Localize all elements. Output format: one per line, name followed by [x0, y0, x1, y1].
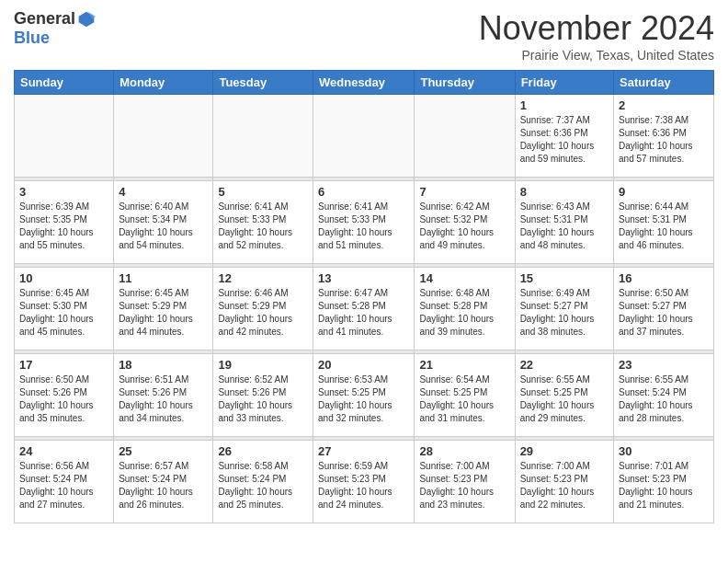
- calendar-cell: 28Sunrise: 7:00 AM Sunset: 5:23 PM Dayli…: [415, 441, 515, 523]
- day-number: 2: [619, 98, 709, 112]
- day-number: 9: [619, 185, 709, 199]
- weekday-header-wednesday: Wednesday: [313, 71, 415, 95]
- calendar-cell: 14Sunrise: 6:48 AM Sunset: 5:28 PM Dayli…: [415, 268, 515, 350]
- day-number: 26: [218, 444, 308, 458]
- day-number: 27: [318, 444, 409, 458]
- day-number: 8: [520, 185, 609, 199]
- calendar-cell: [15, 95, 114, 178]
- calendar-cell: 10Sunrise: 6:45 AM Sunset: 5:30 PM Dayli…: [15, 268, 114, 350]
- calendar-cell: 23Sunrise: 6:55 AM Sunset: 5:24 PM Dayli…: [614, 354, 714, 437]
- calendar-cell: 18Sunrise: 6:51 AM Sunset: 5:26 PM Dayli…: [114, 354, 213, 437]
- calendar-cell: 29Sunrise: 7:00 AM Sunset: 5:23 PM Dayli…: [515, 441, 613, 523]
- day-number: 15: [520, 271, 609, 285]
- calendar-cell: 22Sunrise: 6:55 AM Sunset: 5:25 PM Dayli…: [515, 354, 613, 437]
- day-number: 29: [520, 444, 609, 458]
- day-number: 1: [520, 98, 609, 112]
- page-header: General Blue November 2024 Prairie View,…: [14, 9, 714, 63]
- calendar-cell: 12Sunrise: 6:46 AM Sunset: 5:29 PM Dayli…: [213, 268, 313, 350]
- day-info: Sunrise: 7:01 AM Sunset: 5:23 PM Dayligh…: [619, 460, 709, 511]
- logo: General Blue: [14, 9, 96, 48]
- weekday-header-thursday: Thursday: [415, 71, 515, 95]
- day-number: 18: [119, 358, 208, 372]
- location: Prairie View, Texas, United States: [479, 48, 714, 63]
- day-info: Sunrise: 6:39 AM Sunset: 5:35 PM Dayligh…: [19, 201, 108, 252]
- day-number: 19: [218, 358, 308, 372]
- calendar-cell: 30Sunrise: 7:01 AM Sunset: 5:23 PM Dayli…: [614, 441, 714, 523]
- weekday-header-friday: Friday: [515, 71, 613, 95]
- day-number: 28: [419, 444, 509, 458]
- day-info: Sunrise: 7:00 AM Sunset: 5:23 PM Dayligh…: [520, 460, 609, 511]
- week-row-1: 3Sunrise: 6:39 AM Sunset: 5:35 PM Daylig…: [15, 181, 714, 264]
- day-info: Sunrise: 7:00 AM Sunset: 5:23 PM Dayligh…: [419, 460, 509, 511]
- calendar-cell: 25Sunrise: 6:57 AM Sunset: 5:24 PM Dayli…: [114, 441, 213, 523]
- weekday-header-monday: Monday: [114, 71, 213, 95]
- calendar-cell: 21Sunrise: 6:54 AM Sunset: 5:25 PM Dayli…: [415, 354, 515, 437]
- day-info: Sunrise: 6:40 AM Sunset: 5:34 PM Dayligh…: [119, 201, 208, 252]
- calendar-cell: 3Sunrise: 6:39 AM Sunset: 5:35 PM Daylig…: [15, 181, 114, 264]
- day-info: Sunrise: 6:50 AM Sunset: 5:27 PM Dayligh…: [619, 287, 709, 339]
- week-row-0: 1Sunrise: 7:37 AM Sunset: 6:36 PM Daylig…: [15, 95, 714, 178]
- logo-blue: Blue: [14, 29, 50, 47]
- day-info: Sunrise: 6:53 AM Sunset: 5:25 PM Dayligh…: [318, 373, 409, 425]
- day-info: Sunrise: 6:54 AM Sunset: 5:25 PM Dayligh…: [419, 373, 509, 425]
- weekday-header-row: SundayMondayTuesdayWednesdayThursdayFrid…: [15, 71, 714, 95]
- calendar-cell: 27Sunrise: 6:59 AM Sunset: 5:23 PM Dayli…: [313, 441, 415, 523]
- weekday-header-tuesday: Tuesday: [213, 71, 313, 95]
- day-number: 7: [419, 185, 509, 199]
- day-info: Sunrise: 6:41 AM Sunset: 5:33 PM Dayligh…: [218, 201, 308, 252]
- calendar-cell: 16Sunrise: 6:50 AM Sunset: 5:27 PM Dayli…: [614, 268, 714, 350]
- calendar-cell: 17Sunrise: 6:50 AM Sunset: 5:26 PM Dayli…: [15, 354, 114, 437]
- calendar-cell: 6Sunrise: 6:41 AM Sunset: 5:33 PM Daylig…: [313, 181, 415, 264]
- month-title: November 2024: [479, 9, 714, 48]
- day-info: Sunrise: 6:52 AM Sunset: 5:26 PM Dayligh…: [218, 373, 308, 425]
- day-number: 11: [119, 271, 208, 285]
- day-number: 23: [619, 358, 709, 372]
- calendar-cell: 4Sunrise: 6:40 AM Sunset: 5:34 PM Daylig…: [114, 181, 213, 264]
- weekday-header-sunday: Sunday: [15, 71, 114, 95]
- day-info: Sunrise: 6:56 AM Sunset: 5:24 PM Dayligh…: [19, 460, 108, 511]
- day-info: Sunrise: 7:38 AM Sunset: 6:36 PM Dayligh…: [619, 114, 709, 166]
- day-number: 6: [318, 185, 409, 199]
- day-info: Sunrise: 7:37 AM Sunset: 6:36 PM Dayligh…: [520, 114, 609, 166]
- calendar-cell: [213, 95, 313, 178]
- day-number: 21: [419, 358, 509, 372]
- day-number: 4: [119, 185, 208, 199]
- day-info: Sunrise: 6:48 AM Sunset: 5:28 PM Dayligh…: [419, 287, 509, 339]
- day-info: Sunrise: 6:55 AM Sunset: 5:25 PM Dayligh…: [520, 373, 609, 425]
- day-info: Sunrise: 6:57 AM Sunset: 5:24 PM Dayligh…: [119, 460, 208, 511]
- day-number: 10: [19, 271, 108, 285]
- weekday-header-saturday: Saturday: [614, 71, 714, 95]
- day-number: 30: [619, 444, 709, 458]
- calendar-cell: 15Sunrise: 6:49 AM Sunset: 5:27 PM Dayli…: [515, 268, 613, 350]
- day-info: Sunrise: 6:51 AM Sunset: 5:26 PM Dayligh…: [119, 373, 208, 425]
- logo-icon: [77, 10, 96, 29]
- calendar-cell: 26Sunrise: 6:58 AM Sunset: 5:24 PM Dayli…: [213, 441, 313, 523]
- calendar-cell: 11Sunrise: 6:45 AM Sunset: 5:29 PM Dayli…: [114, 268, 213, 350]
- title-area: November 2024 Prairie View, Texas, Unite…: [479, 9, 714, 63]
- calendar-cell: 9Sunrise: 6:44 AM Sunset: 5:31 PM Daylig…: [614, 181, 714, 264]
- day-number: 14: [419, 271, 509, 285]
- day-info: Sunrise: 6:49 AM Sunset: 5:27 PM Dayligh…: [520, 287, 609, 339]
- calendar-page: General Blue November 2024 Prairie View,…: [0, 0, 728, 563]
- day-number: 20: [318, 358, 409, 372]
- week-row-4: 24Sunrise: 6:56 AM Sunset: 5:24 PM Dayli…: [15, 441, 714, 523]
- week-row-3: 17Sunrise: 6:50 AM Sunset: 5:26 PM Dayli…: [15, 354, 714, 437]
- week-row-2: 10Sunrise: 6:45 AM Sunset: 5:30 PM Dayli…: [15, 268, 714, 350]
- calendar-cell: [415, 95, 515, 178]
- calendar-cell: 13Sunrise: 6:47 AM Sunset: 5:28 PM Dayli…: [313, 268, 415, 350]
- day-number: 24: [19, 444, 108, 458]
- day-number: 25: [119, 444, 208, 458]
- svg-marker-0: [79, 11, 95, 27]
- day-number: 22: [520, 358, 609, 372]
- calendar-table: SundayMondayTuesdayWednesdayThursdayFrid…: [14, 70, 714, 523]
- calendar-cell: [313, 95, 415, 178]
- calendar-cell: 7Sunrise: 6:42 AM Sunset: 5:32 PM Daylig…: [415, 181, 515, 264]
- day-info: Sunrise: 6:50 AM Sunset: 5:26 PM Dayligh…: [19, 373, 108, 425]
- day-number: 17: [19, 358, 108, 372]
- day-info: Sunrise: 6:41 AM Sunset: 5:33 PM Dayligh…: [318, 201, 409, 252]
- day-info: Sunrise: 6:43 AM Sunset: 5:31 PM Dayligh…: [520, 201, 609, 252]
- logo-general: General: [14, 9, 75, 29]
- day-number: 16: [619, 271, 709, 285]
- day-info: Sunrise: 6:45 AM Sunset: 5:30 PM Dayligh…: [19, 287, 108, 339]
- day-info: Sunrise: 6:45 AM Sunset: 5:29 PM Dayligh…: [119, 287, 208, 339]
